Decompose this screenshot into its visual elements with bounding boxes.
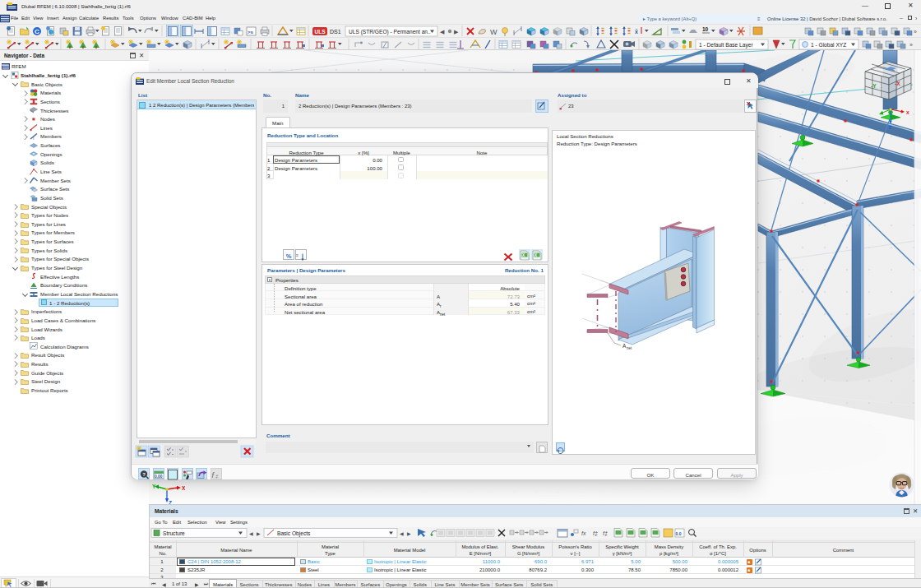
svg-text:Y: Y <box>152 484 156 489</box>
svg-text:>s: >s <box>248 30 254 35</box>
svg-text:Basic Objects: Basic Objects <box>277 530 311 537</box>
svg-text:f‡: f‡ <box>603 530 608 536</box>
svg-text:?: ? <box>142 472 146 477</box>
svg-text:≡: ≡ <box>296 252 299 257</box>
svg-text:ULS (STR/GEO) - Permanent an..: ULS (STR/GEO) - Permanent an.. <box>349 29 431 35</box>
svg-text:◀: ◀ <box>249 531 253 536</box>
svg-text:0.00: 0.00 <box>155 475 163 479</box>
svg-text:W: W <box>490 28 498 36</box>
svg-text:1 - Global XYZ: 1 - Global XYZ <box>811 42 846 48</box>
svg-text:X: X <box>522 253 525 257</box>
svg-text:net: net <box>627 346 632 350</box>
svg-text:»: » <box>909 42 913 48</box>
svg-text:‡: ‡ <box>215 474 219 479</box>
svg-text:»: » <box>914 29 917 35</box>
svg-text:DS1: DS1 <box>330 29 341 35</box>
svg-text:X: X <box>906 110 909 115</box>
svg-text:x̄: x̄ <box>635 29 638 35</box>
svg-text:X: X <box>535 253 537 257</box>
svg-text:-X: -X <box>895 81 900 86</box>
svg-text:f: f <box>211 471 215 479</box>
svg-text:C: C <box>35 28 39 35</box>
svg-text:▶: ▶ <box>407 531 411 536</box>
svg-text:Structure: Structure <box>163 530 185 536</box>
svg-text:f‡: f‡ <box>593 530 598 536</box>
svg-text:0.0: 0.0 <box>676 531 682 536</box>
svg-text:▶: ▶ <box>257 531 261 536</box>
svg-text:-Y: -Y <box>871 83 877 89</box>
svg-text:ULS: ULS <box>315 29 326 35</box>
svg-text:10: 10 <box>702 26 709 32</box>
svg-text:1 - Default Base Layer: 1 - Default Base Layer <box>699 42 753 49</box>
svg-text:▶: ▶ <box>454 29 459 35</box>
svg-text:◀: ◀ <box>440 29 445 35</box>
svg-text:I: I <box>33 136 34 141</box>
svg-text:X: X <box>182 485 185 491</box>
svg-text:◀: ◀ <box>400 531 404 536</box>
svg-text:fx: fx <box>581 530 586 536</box>
